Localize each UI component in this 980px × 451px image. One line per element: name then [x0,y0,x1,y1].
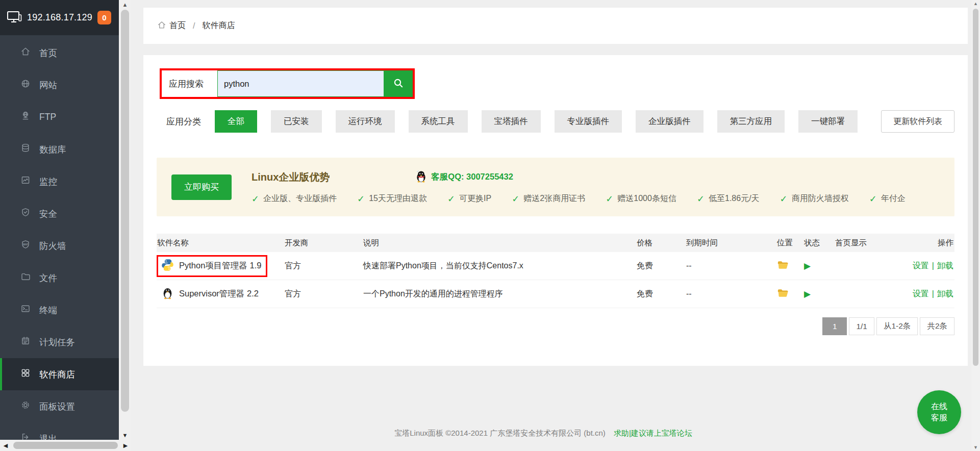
feature-item: ✓年付企 [869,193,906,205]
pagination: 1 1/1 从1-2条 共2条 [157,317,954,335]
banner-title: Linux企业版优势 [252,170,330,184]
ftp-icon [20,111,31,123]
scroll-down-arrow-icon[interactable]: ▼ [119,432,131,438]
folder-icon[interactable] [777,263,789,271]
sidebar-item-website[interactable]: 网站 [0,69,119,101]
software-table: 软件名称 开发商 说明 价格 到期时间 位置 状态 首页显示 操作 [157,234,954,308]
sidebar-item-home[interactable]: 首页 [0,37,119,69]
feature-item: ✓低至1.86元/天 [697,193,760,205]
tab-system-tools[interactable]: 系统工具 [409,110,468,133]
sidebar-item-settings[interactable]: 面板设置 [0,390,119,422]
server-ip[interactable]: 192.168.17.129 [27,12,92,23]
search-button[interactable] [384,70,413,97]
page-vertical-scrollbar[interactable]: ▲ ▼ [971,0,980,451]
feature-item: ✓商用防火墙授权 [780,193,849,205]
python-logo-icon [161,258,174,274]
feature-item: ✓赠送1000条短信 [606,193,676,205]
folder-icon[interactable] [777,291,789,299]
support-qq[interactable]: 客服QQ: 3007255432 [415,170,513,185]
sidebar-item-monitor[interactable]: 监控 [0,165,119,197]
app-description: 快速部署Python项目，当前仅支持Centos7.x [363,261,637,271]
sidebar-item-terminal[interactable]: 终端 [0,294,119,326]
table-header-row: 软件名称 开发商 说明 价格 到期时间 位置 状态 首页显示 操作 [157,234,954,252]
update-software-list-button[interactable]: 更新软件列表 [881,110,954,133]
page-number-current[interactable]: 1 [822,317,847,335]
search-icon [393,78,404,90]
category-label: 应用分类 [166,116,201,128]
server-monitor-icon [7,10,22,26]
app-expire: -- [686,261,777,270]
sidebar-menu: 首页 网站 FTP 数据库 监控 安全 WAF [0,35,119,440]
forum-link[interactable]: 求助|建议请上宝塔论坛 [614,429,692,437]
scroll-down-arrow-icon[interactable]: ▼ [971,445,980,450]
settings-link[interactable]: 设置 [913,261,929,270]
sidebar-item-ftp[interactable]: FTP [0,101,119,133]
sidebar-item-app-store[interactable]: 软件商店 [0,358,119,390]
app-search-input[interactable] [217,70,384,97]
svg-text:WAF: WAF [23,243,28,246]
tab-installed[interactable]: 已安装 [271,110,322,133]
scroll-left-arrow-icon[interactable]: ◀ [0,442,11,449]
app-price: 免费 [637,289,686,299]
horizontal-scroll-thumb[interactable] [13,442,118,449]
scroll-up-arrow-icon[interactable]: ▲ [119,2,131,8]
folder-outline-icon [20,271,31,284]
app-developer: 官方 [285,261,363,271]
app-name[interactable]: Supervisor管理器 2.2 [179,288,259,299]
check-icon: ✓ [869,193,877,205]
terminal-icon [20,304,31,316]
tab-enterprise-plugins[interactable]: 企业版插件 [636,110,703,133]
page-scroll-thumb[interactable] [973,9,978,366]
gear-icon [20,400,31,413]
check-icon: ✓ [357,193,365,205]
sidebar-item-firewall[interactable]: WAF 防火墙 [0,230,119,262]
breadcrumb-home-link[interactable]: 首页 [157,20,186,32]
online-service-button[interactable]: 在线 客服 [917,390,961,434]
check-icon: ✓ [606,193,613,205]
monitor-chart-icon [20,175,31,188]
uninstall-link[interactable]: 卸载 [937,289,953,298]
bt-panel-screen: 192.168.17.129 0 首页 网站 FTP 数据库 监控 [0,0,980,451]
app-developer: 官方 [285,289,363,299]
app-search-group-annotated: 应用搜索 [160,68,415,99]
check-icon: ✓ [512,193,519,205]
scroll-up-arrow-icon[interactable]: ▲ [971,1,980,6]
feature-list: ✓企业版、专业版插件 ✓15天无理由退款 ✓可更换IP ✓赠送2张商用证书 ✓赠… [252,193,906,205]
breadcrumb-separator: / [193,21,195,31]
category-row: 应用分类 全部 已安装 运行环境 系统工具 宝塔插件 专业版插件 企业版插件 第… [157,110,954,133]
sidebar-item-cron[interactable]: 计划任务 [0,326,119,358]
tab-all[interactable]: 全部 [215,110,257,133]
calendar-icon [20,336,31,348]
horizontal-scrollbar[interactable]: ◀ ▶ [0,440,131,451]
running-status-icon[interactable]: ▶ [804,261,811,271]
feature-item: ✓15天无理由退款 [357,193,427,205]
app-location [777,260,804,272]
sidebar-vertical-scrollbar[interactable]: ▲ ▼ [119,0,131,440]
sidebar-item-logout[interactable]: 退出 [0,422,119,440]
sidebar-item-security[interactable]: 安全 [0,197,119,230]
tab-runtime[interactable]: 运行环境 [336,110,395,133]
tab-pro-plugins[interactable]: 专业版插件 [555,110,622,133]
tab-bt-plugins[interactable]: 宝塔插件 [482,110,541,133]
scroll-right-arrow-icon[interactable]: ▶ [120,442,131,449]
copyright-text: 宝塔Linux面板 ©2014-2021 广东堡塔安全技术有限公司 (bt.cn… [394,429,606,437]
home-icon [20,46,31,59]
sidebar: 192.168.17.129 0 首页 网站 FTP 数据库 监控 [0,0,119,440]
tab-third-party[interactable]: 第三方应用 [717,110,785,133]
feature-item: ✓赠送2张商用证书 [512,193,585,205]
sidebar-item-database[interactable]: 数据库 [0,133,119,165]
sidebar-item-files[interactable]: 文件 [0,262,119,294]
buy-now-button[interactable]: 立即购买 [171,174,232,200]
message-count-badge[interactable]: 0 [97,11,111,24]
check-icon: ✓ [780,193,788,205]
annotated-app-name[interactable]: Python项目管理器 1.9 [157,255,267,277]
logout-icon [20,432,31,440]
uninstall-link[interactable]: 卸载 [937,261,953,270]
running-status-icon[interactable]: ▶ [804,289,811,299]
vertical-scroll-thumb[interactable] [121,10,129,412]
enterprise-promo-banner: 立即购买 Linux企业版优势 客服QQ: 3007255432 ✓企业版、专业… [157,158,954,216]
feature-item: ✓企业版、专业版插件 [252,193,337,205]
app-store-card: 应用搜索 应用分类 全部 已安装 运行环境 系统工具 宝塔插件 专业版插件 企业… [143,55,968,366]
tab-one-click-deploy[interactable]: 一键部署 [798,110,858,133]
settings-link[interactable]: 设置 [913,289,929,298]
